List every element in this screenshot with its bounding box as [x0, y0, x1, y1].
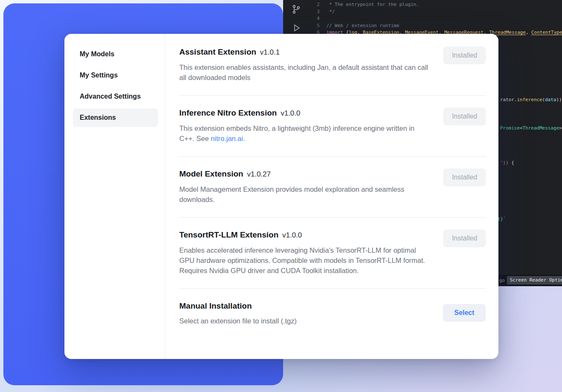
settings-modal: My Models My Settings Advanced Settings …: [64, 34, 498, 359]
sidebar-item-my-models[interactable]: My Models: [73, 45, 158, 63]
line-number: 5: [309, 22, 320, 30]
code-line: 5// Web / extension runtime: [309, 22, 562, 30]
installed-button[interactable]: Installed: [443, 168, 486, 186]
sidebar-item-advanced-settings[interactable]: Advanced Settings: [73, 87, 158, 106]
line-number: 2: [309, 1, 320, 8]
code-token: (: [542, 97, 545, 102]
select-file-button[interactable]: Select: [443, 304, 486, 322]
line-number: 4: [309, 15, 320, 22]
installed-button[interactable]: Installed: [443, 229, 486, 247]
code-token: ')): [500, 160, 509, 166]
manual-installation-title: Manual Installation: [179, 301, 297, 312]
line-number: 3: [309, 8, 320, 16]
extension-name: Inference Nitro Extension: [179, 108, 277, 117]
extension-name: TensortRT-LLM Extension: [179, 230, 278, 239]
code-token: <: [520, 125, 523, 131]
extension-title: Assistant Extensionv1.0.1: [179, 47, 430, 58]
code-token: ,: [526, 29, 531, 36]
extension-title: TensortRT-LLM Extensionv1.0.0: [179, 229, 430, 241]
extension-version: v1.0.1: [260, 48, 280, 56]
code-token: t}`: [498, 216, 506, 222]
code-fragment: t}`: [498, 216, 506, 222]
extension-description: Enables accelerated inference leveraging…: [179, 245, 430, 276]
code-fragment: ')) {: [500, 160, 514, 166]
extension-version: v1.0.27: [247, 170, 271, 178]
code-token: // Web / extension runtime: [326, 22, 399, 30]
extension-title: Inference Nitro Extensionv1.0.0: [179, 108, 430, 119]
extension-version: v1.0.0: [282, 231, 302, 239]
code-area: 2 * The entrypoint for the plugin. 3 */ …: [309, 1, 562, 36]
sidebar-item-my-settings[interactable]: My Settings: [73, 66, 158, 85]
extension-description: Model Management Extension provides mode…: [179, 184, 430, 204]
code-token: ThreadMessage: [523, 125, 559, 131]
extension-name: Model Extension: [179, 169, 243, 178]
code-token: * The entrypoint for the plugin.: [326, 1, 419, 8]
nitro-jan-ai-link[interactable]: nitro.jan.ai.: [211, 135, 245, 142]
extension-name: Assistant Extension: [179, 47, 256, 56]
extension-row-tensorrt: TensortRT-LLM Extensionv1.0.0 Enables ac…: [179, 218, 486, 289]
sidebar-item-extensions[interactable]: Extensions: [73, 108, 158, 127]
source-control-icon[interactable]: [291, 4, 301, 14]
code-line: 4: [309, 15, 562, 22]
extensions-panel: Assistant Extensionv1.0.1 This extension…: [165, 34, 498, 359]
manual-installation-row: Manual Installation Select an extension …: [179, 289, 486, 339]
code-token: */: [326, 8, 335, 16]
code-token: ContentType: [531, 29, 562, 36]
code-fragment: Promise<ThreadMessage>: [500, 125, 562, 131]
extension-info: Model Extensionv1.0.27 Model Management …: [179, 168, 430, 204]
code-token: {: [509, 160, 514, 166]
extension-info: Manual Installation Select an extension …: [179, 301, 297, 326]
extension-title: Model Extensionv1.0.27: [179, 168, 430, 180]
extension-info: Inference Nitro Extensionv1.0.0 This ext…: [179, 108, 430, 144]
desktop-background: 2 * The entrypoint for the plugin. 3 */ …: [0, 0, 562, 392]
installed-button[interactable]: Installed: [443, 47, 486, 64]
code-line: 3 */: [309, 8, 562, 16]
code-token: rator.: [500, 97, 517, 102]
extension-version: v1.0.0: [281, 109, 300, 117]
status-text: go: [499, 278, 505, 283]
manual-installation-description: Select an extension file to install (.tg…: [179, 316, 297, 326]
extension-row-model: Model Extensionv1.0.27 Model Management …: [179, 157, 486, 218]
installed-button[interactable]: Installed: [443, 108, 486, 125]
editor-activity-bar: [286, 4, 307, 33]
extension-description: This extension embeds Nitro, a lightweig…: [179, 123, 430, 144]
code-token: >: [559, 125, 562, 131]
settings-sidebar: My Models My Settings Advanced Settings …: [64, 34, 165, 359]
code-token: data: [545, 97, 556, 102]
extension-row-nitro: Inference Nitro Extensionv1.0.0 This ext…: [179, 96, 486, 157]
extension-row-assistant: Assistant Extensionv1.0.1 This extension…: [179, 35, 486, 96]
screen-reader-status-chip[interactable]: Screen Reader Optimize: [507, 276, 562, 284]
extension-description: This extension enables assistants, inclu…: [179, 62, 430, 83]
extension-info: Assistant Extensionv1.0.1 This extension…: [179, 47, 430, 83]
extension-info: TensortRT-LLM Extensionv1.0.0 Enables ac…: [179, 229, 430, 276]
code-token: ));: [556, 97, 562, 102]
code-token: inference: [517, 97, 543, 102]
run-and-debug-icon[interactable]: [291, 23, 301, 33]
code-line: 2 * The entrypoint for the plugin.: [309, 1, 562, 8]
code-fragment: rator.inference(data));: [500, 97, 562, 102]
code-token: Promise: [500, 125, 520, 131]
